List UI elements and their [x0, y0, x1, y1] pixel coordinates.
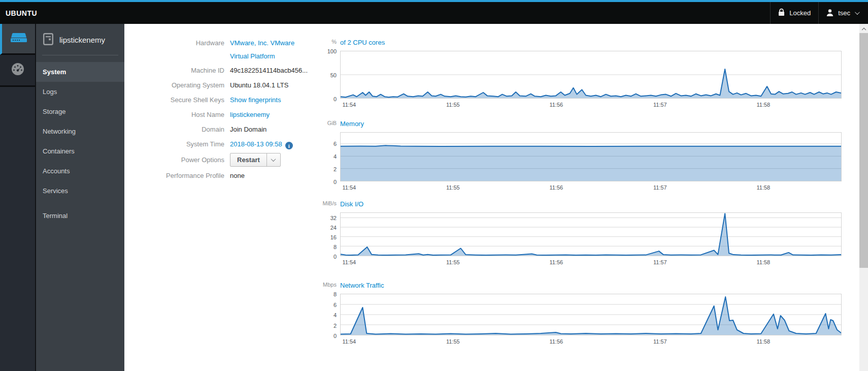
y-axis-tick: 24 [330, 225, 337, 231]
x-axis-tick: 11:55 [446, 338, 460, 345]
chart-plot-area: 6420 [340, 132, 842, 181]
x-axis-tick: 11:58 [757, 102, 771, 108]
info-row-hostname: Host Name lipstickenemy [124, 107, 343, 122]
x-axis-tick: 11:57 [653, 338, 667, 345]
chart-disk: MiB/sDisk I/O3224168011:5411:5511:5611:5… [340, 212, 842, 256]
join-domain-value[interactable]: Join Domain [230, 123, 266, 136]
topbar-right: Locked tsec [770, 2, 866, 24]
user-menu-button[interactable]: tsec [819, 2, 866, 24]
machine-id-value: 49c1822514114bacb456... [230, 64, 308, 77]
x-axis-tick: 11:54 [342, 184, 356, 191]
chart-header: Disk I/O [340, 199, 363, 207]
chart-svg [341, 51, 841, 98]
nav-item-label: Accounts [43, 167, 70, 175]
x-axis-tick: 11:54 [342, 259, 356, 265]
lock-icon [778, 8, 785, 18]
chart-header: Network Traffic [340, 281, 384, 289]
y-axis-tick: 50 [330, 72, 337, 78]
x-axis-tick: 11:54 [342, 338, 356, 345]
y-axis-tick: 6 [333, 141, 337, 147]
hostname-link[interactable]: lipstickenemy [230, 111, 270, 118]
info-icon[interactable]: i [285, 142, 293, 149]
info-row-system-time: System Time 2018-08-13 09:58i [124, 137, 343, 151]
x-axis-tick: 11:56 [549, 184, 563, 191]
series-area [341, 69, 841, 98]
y-axis-tick: 32 [330, 215, 337, 221]
x-axis-tick: 11:57 [653, 102, 667, 108]
chart-network: MbpsNetwork Traffic8642011:5411:5511:561… [340, 294, 842, 335]
nav-item-label: Terminal [43, 212, 68, 220]
power-options-caret-button[interactable] [266, 153, 280, 166]
chart-unit-label: % [331, 39, 337, 45]
chevron-down-icon [855, 10, 860, 15]
show-fingerprints-link[interactable]: Show fingerprints [230, 96, 281, 104]
chevron-down-icon [271, 157, 276, 162]
locked-button[interactable]: Locked [771, 2, 818, 24]
sidebar-item-accounts[interactable]: Accounts [36, 161, 124, 181]
nav-item-label: Networking [43, 128, 76, 135]
top-bar: UBUNTU Locked tsec [0, 2, 868, 24]
page-scrollbar[interactable] [859, 24, 868, 371]
cockpit-app: UBUNTU Locked tsec [0, 0, 868, 371]
nav-item-label: Containers [43, 147, 75, 155]
system-info-panel: Hardware VMware, Inc. VMware Virtual Pla… [124, 37, 343, 183]
sidebar-item-services[interactable]: Services [36, 181, 124, 201]
scrollbar-up-arrow[interactable] [859, 24, 868, 33]
sidebar-item-networking[interactable]: Networking [36, 121, 124, 141]
y-axis-tick: 0 [333, 179, 337, 185]
chart-memory: GiBMemory642011:5411:5511:5611:5711:58 [340, 132, 842, 181]
nav-items: System Logs Storage Networking Container… [36, 55, 124, 226]
y-axis-tick: 4 [333, 312, 337, 318]
series-area [341, 213, 841, 256]
chart-title-link-cpu[interactable]: of 2 CPU cores [340, 39, 385, 46]
sidebar-item-terminal[interactable]: Terminal [36, 206, 124, 226]
y-axis-tick: 0 [333, 96, 337, 102]
locked-label: Locked [789, 9, 811, 17]
x-axis-tick: 11:56 [549, 338, 563, 345]
user-name: tsec [838, 9, 850, 17]
machine-id-label: Machine ID [124, 64, 224, 77]
info-row-ssh-keys: Secure Shell Keys Show fingerprints [124, 92, 343, 107]
y-axis-tick: 8 [333, 291, 337, 297]
y-axis-tick: 2 [333, 166, 337, 172]
ssh-keys-label: Secure Shell Keys [124, 94, 224, 107]
chart-title-link-network[interactable]: Network Traffic [340, 282, 384, 289]
y-axis-tick: 16 [330, 234, 337, 240]
chart-unit-label: GiB [327, 120, 337, 126]
chart-svg [341, 133, 841, 181]
os-label: Operating System [124, 79, 224, 92]
y-axis-tick: 0 [333, 333, 337, 339]
chart-title-link-disk[interactable]: Disk I/O [340, 200, 363, 208]
series-area [341, 297, 841, 335]
brand-title: UBUNTU [6, 2, 37, 24]
nav-item-label: System [43, 68, 66, 76]
x-axis-tick: 11:56 [549, 102, 563, 108]
sidebar-item-system[interactable]: System [36, 62, 124, 82]
restart-split-button: Restart [230, 153, 281, 167]
sidebar-item-logs[interactable]: Logs [36, 82, 124, 102]
sidebar-item-containers[interactable]: Containers [36, 141, 124, 161]
x-axis-tick: 11:54 [342, 102, 356, 108]
host-icon [43, 33, 53, 47]
performance-profile-label: Performance Profile [124, 169, 224, 182]
y-axis-tick: 2 [333, 323, 337, 329]
hardware-link[interactable]: VMware, Inc. VMware Virtual Platform [230, 37, 306, 63]
series-line [341, 213, 841, 255]
restart-button[interactable]: Restart [230, 153, 266, 166]
system-time-link[interactable]: 2018-08-13 09:58 [230, 140, 282, 148]
chart-unit-label: Mbps [323, 282, 337, 288]
info-row-machine-id: Machine ID 49c1822514114bacb456... [124, 63, 343, 78]
chevron-up-icon [861, 27, 865, 32]
machine-tab-server[interactable] [0, 24, 35, 55]
y-axis-tick: 0 [333, 254, 337, 260]
x-axis-tick: 11:55 [446, 184, 460, 191]
sidebar-item-storage[interactable]: Storage [36, 102, 124, 121]
power-options-label: Power Options [124, 153, 224, 167]
chart-title-link-memory[interactable]: Memory [340, 120, 364, 128]
chart-svg [341, 213, 841, 256]
x-axis-tick: 11:57 [653, 184, 667, 191]
scrollbar-thumb[interactable] [859, 33, 868, 268]
dashboard-tab[interactable] [0, 55, 35, 87]
chart-plot-area: 100500 [340, 51, 842, 99]
x-axis-tick: 11:55 [446, 259, 460, 265]
